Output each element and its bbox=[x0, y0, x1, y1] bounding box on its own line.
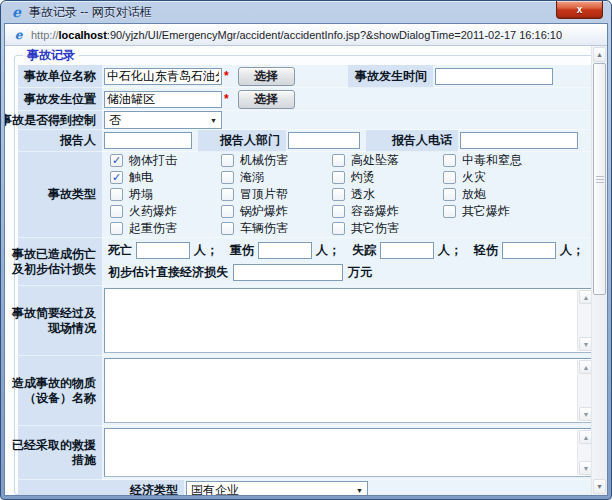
checkbox-unchecked-icon[interactable] bbox=[332, 188, 345, 201]
checkbox-unchecked-icon[interactable] bbox=[332, 171, 345, 184]
reporter-phone-input[interactable] bbox=[460, 132, 578, 149]
checkbox-unchecked-icon[interactable] bbox=[443, 154, 456, 167]
accident-type-cell: ✓物体打击机械伤害高处坠落中毒和窒息✓触电淹溺灼烫火灾坍塌冒顶片帮透水放炮火药爆… bbox=[102, 152, 598, 238]
accident-type-option[interactable]: 其它伤害 bbox=[332, 220, 443, 237]
accident-type-option-label: 其它伤害 bbox=[351, 220, 399, 237]
checkbox-unchecked-icon[interactable] bbox=[332, 205, 345, 218]
accident-type-option[interactable]: 容器爆炸 bbox=[332, 203, 443, 220]
casualty-count-input[interactable] bbox=[380, 242, 434, 259]
window-title: 事故记录 -- 网页对话框 bbox=[29, 4, 152, 21]
accident-type-option-label: 锅炉爆炸 bbox=[240, 203, 288, 220]
checkbox-unchecked-icon[interactable] bbox=[110, 222, 123, 235]
accident-type-option[interactable]: ✓触电 bbox=[110, 169, 221, 186]
brief-textarea[interactable]: ▲ ▼ bbox=[104, 288, 596, 353]
unit-name-input[interactable] bbox=[104, 68, 222, 85]
checkbox-unchecked-icon[interactable] bbox=[221, 154, 234, 167]
accident-type-option[interactable]: 机械伤害 bbox=[221, 152, 332, 169]
casualty-field-suffix: 人； bbox=[560, 242, 584, 259]
checkbox-unchecked-icon[interactable] bbox=[443, 171, 456, 184]
casualty-count-input[interactable] bbox=[258, 242, 312, 259]
accident-type-option[interactable]: 锅炉爆炸 bbox=[221, 203, 332, 220]
accident-type-option[interactable]: 火药爆炸 bbox=[110, 203, 221, 220]
accident-type-option[interactable]: 中毒和窒息 bbox=[443, 152, 596, 169]
url-host: localhost bbox=[59, 29, 107, 41]
casualty-label: 事故已造成伤亡 及初步估计损失 bbox=[18, 238, 102, 286]
accident-type-option[interactable]: 透水 bbox=[332, 186, 443, 203]
checkbox-unchecked-icon[interactable] bbox=[110, 205, 123, 218]
casualty-line: 死亡人；重伤人；失踪人；轻伤人； bbox=[108, 240, 596, 262]
accident-type-option-label: 坍塌 bbox=[129, 186, 153, 203]
scrollbar-thumb[interactable] bbox=[593, 63, 606, 295]
accident-type-option[interactable]: 车辆伤害 bbox=[221, 220, 332, 237]
economy-type-select[interactable]: 国有企业 ▼ bbox=[186, 481, 368, 495]
scrollbar-down-icon[interactable]: ▼ bbox=[593, 479, 606, 494]
rescue-label: 已经采取的救援 措施 bbox=[18, 426, 102, 480]
dialog-client-area: e http://localhost:90/yjzh/UI/EmergencyM… bbox=[4, 23, 608, 496]
required-mark: * bbox=[224, 71, 229, 81]
location-input[interactable] bbox=[104, 91, 222, 108]
checkbox-unchecked-icon[interactable] bbox=[443, 188, 456, 201]
vertical-scrollbar[interactable]: ▲ ▼ bbox=[591, 46, 607, 495]
casualty-field-suffix: 人； bbox=[194, 242, 218, 259]
checkbox-checked-icon[interactable]: ✓ bbox=[110, 171, 123, 184]
reporter-dept-input[interactable] bbox=[288, 132, 360, 149]
economy-type-select-value: 国有企业 bbox=[191, 482, 239, 496]
accident-type-option[interactable]: ✓物体打击 bbox=[110, 152, 221, 169]
accident-type-option[interactable]: 淹溺 bbox=[221, 169, 332, 186]
unit-name-label: 事故单位名称 bbox=[18, 65, 102, 88]
checkbox-unchecked-icon[interactable] bbox=[332, 154, 345, 167]
accident-type-option-label: 灼烫 bbox=[351, 169, 375, 186]
checkbox-unchecked-icon[interactable] bbox=[110, 188, 123, 201]
url-protocol: http:// bbox=[31, 29, 59, 41]
rescue-textarea[interactable]: ▲ ▼ bbox=[104, 428, 596, 477]
scrollbar-up-icon[interactable]: ▲ bbox=[593, 47, 606, 62]
material-label: 造成事故的物质 （设备）名称 bbox=[18, 356, 102, 426]
checkbox-unchecked-icon[interactable] bbox=[221, 222, 234, 235]
accident-type-option-label: 火药爆炸 bbox=[129, 203, 177, 220]
accident-type-option[interactable]: 冒顶片帮 bbox=[221, 186, 332, 203]
casualty-field-label: 重伤 bbox=[230, 242, 254, 259]
casualty-count-input[interactable] bbox=[502, 242, 556, 259]
brief-cell: ▲ ▼ bbox=[102, 286, 598, 356]
controlled-select-value: 否 bbox=[109, 112, 121, 129]
casualty-count-input[interactable] bbox=[136, 242, 190, 259]
chevron-down-icon: ▼ bbox=[210, 117, 217, 124]
location-select-button[interactable]: 选择 bbox=[238, 90, 295, 109]
close-button[interactable]: x bbox=[556, 1, 603, 19]
reporter-input[interactable] bbox=[104, 132, 192, 149]
occur-time-cell bbox=[433, 65, 598, 88]
checkbox-unchecked-icon[interactable] bbox=[221, 171, 234, 184]
casualty-label-line2: 及初步估计损失 bbox=[12, 262, 96, 277]
checkbox-unchecked-icon[interactable] bbox=[221, 205, 234, 218]
accident-type-option[interactable]: 起重伤害 bbox=[110, 220, 221, 237]
accident-type-label: 事故类型 bbox=[18, 152, 102, 238]
economy-type-cell: 国有企业 ▼ bbox=[184, 480, 598, 495]
url-text[interactable]: http://localhost:90/yjzh/UI/EmergencyMgr… bbox=[31, 29, 562, 41]
accident-type-option-label: 车辆伤害 bbox=[240, 220, 288, 237]
checkbox-unchecked-icon[interactable] bbox=[221, 188, 234, 201]
accident-type-option[interactable]: 高处坠落 bbox=[332, 152, 443, 169]
row-economy-type: 经济类型 国有企业 ▼ bbox=[18, 480, 598, 495]
material-textarea[interactable]: ▲ ▼ bbox=[104, 358, 596, 423]
accident-type-option[interactable]: 其它爆炸 bbox=[443, 203, 596, 220]
row-reporter: 报告人 报告人部门 报告人电话 bbox=[18, 130, 598, 152]
checkbox-checked-icon[interactable]: ✓ bbox=[110, 154, 123, 167]
checkbox-unchecked-icon[interactable] bbox=[332, 222, 345, 235]
controlled-select[interactable]: 否 ▼ bbox=[104, 111, 222, 129]
rescue-cell: ▲ ▼ bbox=[102, 426, 598, 480]
reporter-label: 报告人 bbox=[18, 130, 102, 152]
accident-type-option[interactable]: 灼烫 bbox=[332, 169, 443, 186]
required-mark: * bbox=[224, 94, 229, 104]
accident-type-option[interactable]: 火灾 bbox=[443, 169, 596, 186]
location-label: 事故发生位置 bbox=[18, 88, 102, 111]
fieldset-legend: 事故记录 bbox=[23, 47, 79, 64]
checkbox-unchecked-icon[interactable] bbox=[443, 205, 456, 218]
accident-type-option[interactable]: 坍塌 bbox=[110, 186, 221, 203]
economic-loss-input[interactable] bbox=[233, 264, 343, 281]
unit-name-select-button[interactable]: 选择 bbox=[238, 67, 295, 86]
page-content: 事故记录 事故单位名称 * 选择 事故发生时间 bbox=[5, 46, 607, 495]
occur-time-input[interactable] bbox=[435, 68, 553, 85]
material-label-line1: 造成事故的物质 bbox=[12, 376, 96, 391]
economic-loss-unit: 万元 bbox=[348, 264, 372, 281]
accident-type-option[interactable]: 放炮 bbox=[443, 186, 596, 203]
